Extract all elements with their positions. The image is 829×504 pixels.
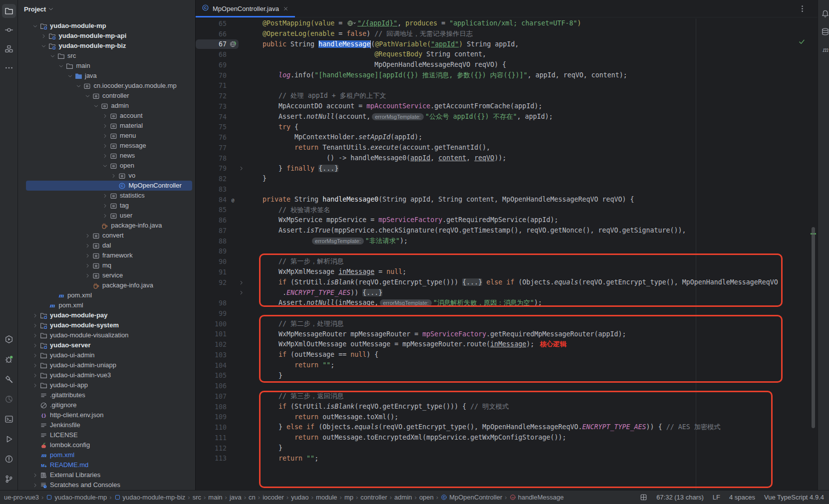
chevron-down-icon[interactable] xyxy=(75,82,83,90)
code-text[interactable]: @PostMapping(value = "/{appId}", produce… xyxy=(244,18,581,29)
breadcrumb-item[interactable]: ue-pro-vue3 xyxy=(4,494,39,501)
chevron-right-icon[interactable] xyxy=(83,252,91,259)
code-text[interactable]: errorMsgTemplate:"非法请求"); xyxy=(244,236,408,247)
chevron-right-icon[interactable] xyxy=(31,311,39,319)
terminal-tool-button[interactable] xyxy=(2,412,16,426)
code-text[interactable]: WxMpMessageRouter mpMessageRouter = mpSe… xyxy=(244,329,626,340)
code-text[interactable]: WxMpXmlMessage inMessage = null; xyxy=(244,267,406,277)
code-editor[interactable]: 65 @PostMapping(value = "/{appId}", prod… xyxy=(196,17,818,490)
chevron-right-icon[interactable] xyxy=(101,132,109,140)
code-text[interactable]: () -> handleMessage0(appId, content, req… xyxy=(244,153,506,164)
tab-mpopencontroller[interactable]: C MpOpenController.java xyxy=(196,0,295,17)
code-text[interactable]: // 第三步，返回消息 xyxy=(244,391,343,402)
chevron-down-icon[interactable] xyxy=(48,52,56,60)
breadcrumb-item[interactable]: src xyxy=(193,494,201,501)
chevron-right-icon[interactable] xyxy=(31,381,39,389)
project-tool-window-header[interactable]: Project xyxy=(18,0,195,18)
chevron-right-icon[interactable] xyxy=(110,172,118,180)
tree-item[interactable]: Scratches and Consoles xyxy=(18,480,195,490)
code-text[interactable]: Assert.isTrue(mppService.checkSignature(… xyxy=(244,226,686,236)
code-text[interactable]: } xyxy=(244,174,267,184)
chevron-right-icon[interactable] xyxy=(31,371,39,379)
run-tool-button[interactable] xyxy=(2,432,16,446)
tree-item[interactable]: menu xyxy=(18,131,195,141)
problems-tool-button[interactable] xyxy=(2,452,16,466)
code-text[interactable]: return outMessage.toXml(); xyxy=(244,412,398,423)
chevron-right-icon[interactable] xyxy=(31,331,39,339)
code-text[interactable]: public String handleMessage(@PathVariabl… xyxy=(244,39,519,50)
chevron-right-icon[interactable] xyxy=(101,202,109,210)
code-text[interactable]: return ""; xyxy=(244,360,334,371)
code-text[interactable]: // 第二步，处理消息 xyxy=(244,319,343,329)
editor-scrollbar[interactable] xyxy=(812,227,815,428)
code-text[interactable]: if (StrUtil.isBlank(reqVO.getEncrypt_typ… xyxy=(244,402,509,412)
chevron-right-icon[interactable] xyxy=(101,112,109,120)
kebab-menu-icon[interactable] xyxy=(798,4,807,15)
breadcrumb-item[interactable]: module xyxy=(316,494,337,501)
tree-item[interactable]: yudao-module-pay xyxy=(18,310,195,320)
tree-item[interactable]: yudao-ui-admin-uniapp xyxy=(18,360,195,370)
status-widget[interactable]: 67:32 (13 chars) xyxy=(656,494,704,501)
code-text[interactable]: } xyxy=(244,371,282,381)
code-text[interactable]: if (outMessage == null) { xyxy=(244,350,378,360)
tree-item[interactable]: mpom.xml xyxy=(18,450,195,460)
tree-item[interactable]: controller xyxy=(18,91,195,101)
chevron-right-icon[interactable] xyxy=(31,481,39,489)
chevron-right-icon[interactable] xyxy=(101,152,109,160)
chevron-down-icon[interactable] xyxy=(92,102,100,110)
tree-item[interactable]: mq xyxy=(18,260,195,270)
tree-item[interactable]: yudao-module-mp xyxy=(18,21,195,31)
database-tool-button[interactable] xyxy=(820,26,829,37)
tree-item[interactable]: LICENSE xyxy=(18,430,195,440)
tree-item[interactable]: External Libraries xyxy=(18,470,195,480)
chevron-right-icon[interactable] xyxy=(31,471,39,479)
code-text[interactable]: MpContextHolder.setAppId(appId); xyxy=(244,132,422,143)
breadcrumb-item[interactable]: mhandleMessage xyxy=(510,494,564,501)
code-text[interactable]: } else if (Objects.equals(reqVO.getEncry… xyxy=(244,422,721,433)
tree-item[interactable]: statistics xyxy=(18,191,195,201)
tree-item[interactable]: yudao-module-system xyxy=(18,320,195,330)
chevron-down-icon[interactable] xyxy=(48,6,54,12)
annotation-gutter-icon[interactable]: @ xyxy=(228,196,238,204)
code-text[interactable]: MpOpenHandleMessageReqVO reqVO) { xyxy=(244,60,506,70)
chevron-down-icon[interactable] xyxy=(40,42,48,50)
chevron-down-icon[interactable] xyxy=(66,72,74,80)
tree-item[interactable]: {}http-client.env.json xyxy=(18,410,195,420)
chevron-right-icon[interactable] xyxy=(31,361,39,369)
tree-item[interactable]: yudao-ui-app xyxy=(18,380,195,390)
tree-item[interactable]: src xyxy=(18,51,195,61)
breadcrumb-item[interactable]: yudao xyxy=(291,494,308,501)
tree-item[interactable]: CMpOpenController xyxy=(18,181,195,191)
code-text[interactable]: } xyxy=(244,443,282,454)
chevron-right-icon[interactable] xyxy=(101,212,109,220)
tree-item[interactable]: dal xyxy=(18,241,195,251)
breadcrumb-item[interactable]: cn xyxy=(249,494,256,501)
code-text[interactable]: return outMessage.toEncryptedXml(mppServ… xyxy=(244,433,566,443)
breadcrumb-item[interactable]: open xyxy=(419,494,434,501)
debug-tool-button[interactable] xyxy=(2,352,16,366)
code-text[interactable]: if (StrUtil.isBlank(reqVO.getEncrypt_typ… xyxy=(244,277,778,288)
tree-item[interactable]: package-info.java xyxy=(18,221,195,231)
chevron-down-icon[interactable] xyxy=(31,22,39,30)
tree-item[interactable]: framework xyxy=(18,251,195,260)
maven-tool-button[interactable]: m xyxy=(820,44,829,55)
structure-tool-button[interactable] xyxy=(2,42,16,56)
tree-item[interactable]: .gitattributes xyxy=(18,390,195,400)
tree-item[interactable]: open xyxy=(18,161,195,171)
chevron-right-icon[interactable] xyxy=(101,192,109,200)
breadcrumb-item[interactable]: admin xyxy=(394,494,412,501)
tree-item[interactable]: Jenkinsfile xyxy=(18,420,195,430)
tree-item[interactable]: yudao-ui-admin xyxy=(18,350,195,360)
breadcrumb-item[interactable]: yudao-module-mp-biz xyxy=(114,494,186,501)
tree-item[interactable]: .gitignore xyxy=(18,400,195,410)
breadcrumb-item[interactable]: CMpOpenController xyxy=(441,494,502,501)
tree-item[interactable]: admin xyxy=(18,101,195,111)
breadcrumb-item[interactable]: controller xyxy=(360,494,387,501)
tree-item[interactable]: yudao-module-mp-api xyxy=(18,31,195,41)
tree-item[interactable]: package-info.java xyxy=(18,280,195,290)
code-text[interactable]: return TenantUtils.execute(account.getTe… xyxy=(244,143,490,153)
code-text[interactable]: .ENCRYPT_TYPE_AES)) {...} xyxy=(244,288,382,298)
project-tool-button[interactable] xyxy=(2,4,16,18)
tree-item[interactable]: mpom.xml xyxy=(18,300,195,310)
chevron-right-icon[interactable] xyxy=(31,341,39,349)
